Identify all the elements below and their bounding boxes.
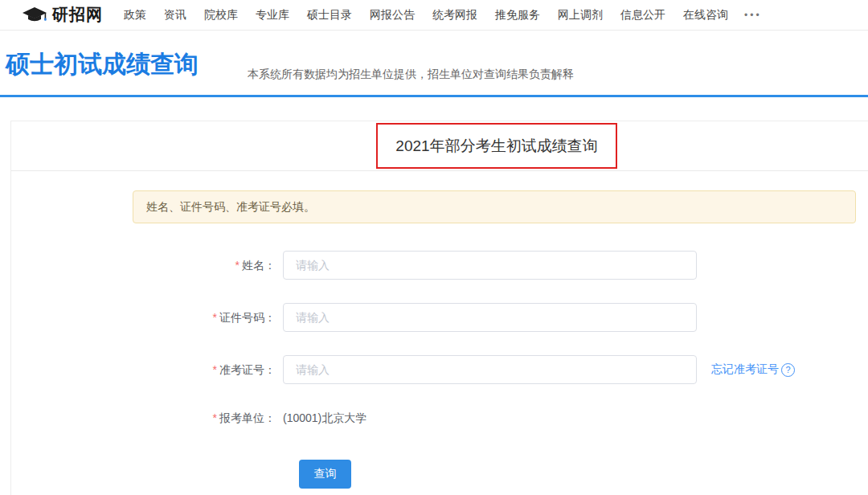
graduation-cap-icon xyxy=(22,6,47,24)
id-number-input[interactable] xyxy=(283,303,697,332)
nav-item-info-disclosure[interactable]: 信息公开 xyxy=(620,8,665,22)
nav-menu: 政策 资讯 院校库 专业库 硕士目录 网报公告 统考网报 推免服务 网上调剂 信… xyxy=(124,8,728,22)
nav-item-college-library[interactable]: 院校库 xyxy=(204,8,238,22)
required-fields-notice: 姓名、证件号码、准考证号必填。 xyxy=(133,190,856,223)
nav-item-online-consult[interactable]: 在线咨询 xyxy=(683,8,728,22)
unit-value: (10001)北京大学 xyxy=(283,403,366,432)
name-label: *姓名： xyxy=(80,251,276,280)
forgot-ticket-link[interactable]: 忘记准考证号 ? xyxy=(711,355,795,384)
nav-item-major-library[interactable]: 专业库 xyxy=(256,8,289,22)
query-button[interactable]: 查询 xyxy=(299,460,351,489)
id-number-label: *证件号码： xyxy=(80,303,276,332)
blue-divider xyxy=(0,95,868,97)
ticket-number-label: *准考证号： xyxy=(80,355,276,384)
page-subtitle: 本系统所有数据均为招生单位提供，招生单位对查询结果负责解释 xyxy=(248,68,574,82)
nav-item-master-catalog[interactable]: 硕士目录 xyxy=(307,8,352,22)
site-logo-text: 研招网 xyxy=(52,4,103,26)
nav-more-dots-icon[interactable]: ••• xyxy=(744,10,762,21)
panel-title: 2021年部分考生初试成绩查询 xyxy=(395,136,597,157)
required-asterisk: * xyxy=(213,311,217,324)
nav-item-news[interactable]: 资讯 xyxy=(164,8,186,22)
nav-item-unified-exam-report[interactable]: 统考网报 xyxy=(432,8,477,22)
help-circle-icon: ? xyxy=(781,363,795,377)
page: 研招网 政策 资讯 院校库 专业库 硕士目录 网报公告 统考网报 推免服务 网上… xyxy=(0,0,868,495)
unit-label: *报考单位： xyxy=(80,403,276,432)
nav-item-policy[interactable]: 政策 xyxy=(124,8,146,22)
nav-item-online-adjustment[interactable]: 网上调剂 xyxy=(558,8,603,22)
nav-item-online-report-notice[interactable]: 网报公告 xyxy=(370,8,415,22)
ticket-number-input[interactable] xyxy=(283,355,697,384)
top-nav: 研招网 政策 资讯 院校库 专业库 硕士目录 网报公告 统考网报 推免服务 网上… xyxy=(0,0,868,31)
page-title: 硕士初试成绩查询 xyxy=(6,48,199,81)
nav-item-exempt-service[interactable]: 推免服务 xyxy=(495,8,540,22)
required-asterisk: * xyxy=(213,363,217,376)
required-asterisk: * xyxy=(213,411,217,424)
site-logo[interactable]: 研招网 xyxy=(22,4,103,26)
required-asterisk: * xyxy=(235,259,240,272)
name-input[interactable] xyxy=(283,251,697,280)
annotation-box: 2021年部分考生初试成绩查询 xyxy=(376,123,617,169)
